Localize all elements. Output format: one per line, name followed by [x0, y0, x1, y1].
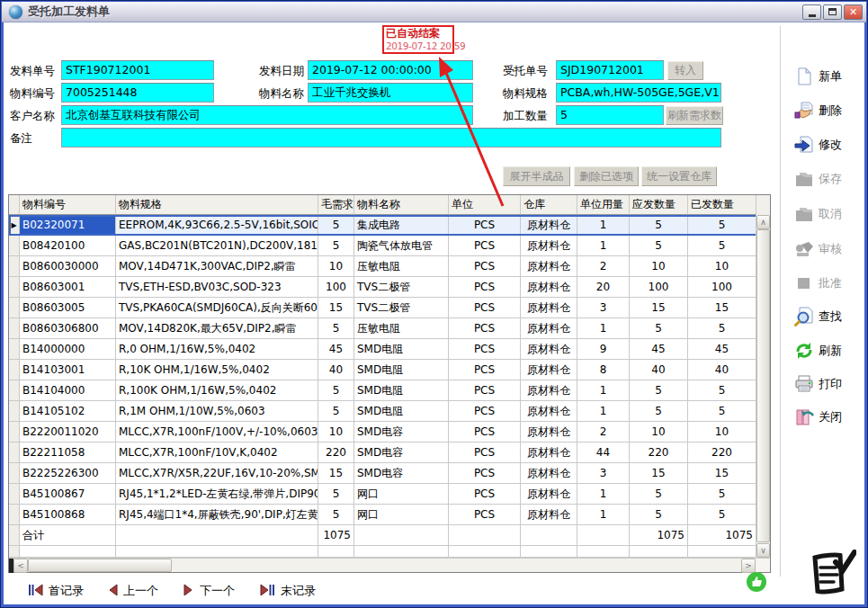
table-cell: 45 — [318, 339, 354, 360]
table-cell: 陶瓷气体放电管 — [354, 236, 449, 256]
app-window: 受托加工发料单 ✕ 已自动结案 2019-07-12 20:59 发料单号 ST… — [0, 0, 868, 608]
table-cell — [630, 546, 688, 558]
find-icon — [794, 307, 814, 326]
material-no-label: 物料编号 — [10, 83, 55, 103]
entrust-no-field[interactable]: SJD190712001 — [556, 60, 664, 80]
table-row[interactable] — [9, 546, 770, 558]
sidebar-button-修改[interactable]: 修改 — [794, 132, 866, 157]
table-cell: MOV,14D820K,最大65V,DIP2,瞬雷 — [116, 318, 318, 339]
minimize-button[interactable] — [802, 4, 821, 20]
column-header[interactable]: 物料规格 — [116, 195, 318, 215]
scroll-up-icon[interactable]: ∧ — [756, 215, 770, 229]
scroll-left-icon[interactable]: < — [13, 559, 28, 573]
table-cell: 原材料仓 — [521, 380, 577, 401]
table-row[interactable]: B2220011020MLCC,X7R,100nF/100V,+/-10%,06… — [9, 422, 770, 443]
table-row[interactable]: B22211058MLCC,X7R,100nF/10V,K,0402220SMD… — [9, 443, 770, 463]
refresh-icon — [794, 341, 814, 361]
nav-button-label: 上一个 — [123, 583, 158, 599]
sidebar-button-label: 保存 — [819, 171, 842, 187]
horizontal-scrollbar[interactable]: < > — [9, 558, 770, 572]
process-qty-field[interactable]: 5 — [556, 105, 664, 125]
table-cell: 40 — [318, 360, 354, 380]
table-cell: 5 — [318, 401, 354, 422]
column-header[interactable]: 单位 — [449, 195, 521, 215]
row-indicator — [9, 298, 20, 318]
table-cell: SMD电容 — [354, 443, 449, 463]
horizontal-scroll-thumb[interactable] — [28, 559, 172, 572]
sidebar-button-刷新[interactable]: 刷新 — [794, 338, 866, 363]
column-header[interactable]: 毛需求 — [318, 195, 354, 215]
table-cell: 15 — [688, 463, 756, 484]
table-row[interactable]: B08603005TVS,PKA60CA(SMDJ60CA),反向关断60V,5… — [9, 298, 770, 318]
table-cell — [449, 525, 521, 546]
sidebar-button-新单[interactable]: 新单 — [794, 64, 866, 89]
material-no-field[interactable]: 7005251448 — [61, 83, 214, 103]
table-cell: 5 — [688, 484, 756, 505]
issue-no-field[interactable]: STF190712001 — [61, 60, 214, 80]
column-header[interactable]: 物料名称 — [354, 195, 449, 215]
table-cell: 原材料仓 — [521, 463, 577, 484]
print-icon — [794, 374, 814, 394]
table-row[interactable]: B14105102R,1M OHM,1/10W,5%,06035SMD电阻PCS… — [9, 401, 770, 422]
table-cell: B14104000 — [20, 380, 116, 401]
vertical-scroll-thumb[interactable] — [756, 229, 770, 542]
table-row[interactable]: B0860306800MOV,14D820K,最大65V,DIP2,瞬雷5压敏电… — [9, 318, 770, 339]
sidebar-button-查找[interactable]: 查找 — [794, 304, 866, 329]
table-row[interactable]: B45100867RJ45,1*1,2*LED-左黄右绿,带弹片,DIP90度5… — [9, 484, 770, 505]
vertical-scrollbar[interactable]: ∧ ∨ — [756, 215, 770, 558]
table-row[interactable]: B2225226300MLCC,X7R/X5R,22UF,16V,10-20%,… — [9, 463, 770, 484]
items-table-body: ▶B02320071EEPROM,4K,93C66,2.5-5V,16bit,S… — [9, 215, 770, 558]
nav-button-下一个[interactable]: 下一个 — [183, 581, 235, 601]
material-name-field[interactable]: 工业千兆交换机 — [308, 83, 473, 103]
table-cell: PCS — [449, 236, 521, 256]
column-header[interactable]: 物料编号 — [20, 195, 116, 215]
column-header[interactable]: 仓库 — [521, 195, 577, 215]
column-header[interactable]: 单位用量 — [577, 195, 630, 215]
table-row[interactable]: B45100868RJ45,4端口1*4,屏蔽铁壳,90',DIP,灯左黄右5网… — [9, 505, 770, 525]
row-indicator — [9, 505, 20, 525]
column-header[interactable]: 已发数量 — [688, 195, 756, 215]
table-cell: 2 — [577, 422, 630, 443]
close-icon[interactable]: ✕ — [844, 4, 863, 20]
table-row[interactable]: ▶B02320071EEPROM,4K,93C66,2.5-5V,16bit,S… — [9, 215, 770, 236]
table-row[interactable]: 合计107510751075 — [9, 525, 770, 546]
nav-button-上一个[interactable]: 上一个 — [107, 581, 158, 601]
table-cell: B0860030000 — [20, 256, 116, 277]
table-cell: 原材料仓 — [521, 277, 577, 298]
table-cell: B14103001 — [20, 360, 116, 380]
table-cell: RJ45,4端口1*4,屏蔽铁壳,90',DIP,灯左黄右 — [116, 505, 318, 525]
material-spec-field[interactable]: PCBA,wh,HW-505GE,5GE,V1 — [556, 83, 721, 103]
customer-field[interactable]: 北京创基互联科技有限公司 — [61, 105, 473, 125]
titlebar[interactable]: 受托加工发料单 ✕ — [2, 2, 866, 22]
table-cell: 原材料仓 — [521, 339, 577, 360]
table-cell: PCS — [449, 401, 521, 422]
sidebar-button-删除[interactable]: 删除 — [794, 98, 866, 123]
sidebar-button-label: 新单 — [819, 68, 842, 85]
table-row[interactable]: B14000000R,0 OHM,1/16W,5%,040245SMD电阻PCS… — [9, 339, 770, 360]
table-row[interactable]: B08420100GAS,BC201N(BTC201N),DC200V,1812… — [9, 236, 770, 256]
issue-date-field[interactable]: 2019-07-12 00:00:00 — [308, 60, 473, 80]
sidebar-button-关闭[interactable]: 关闭 — [794, 405, 866, 430]
table-cell: 45 — [688, 339, 756, 360]
nav-button-末记录[interactable]: 末记录 — [260, 581, 316, 601]
table-row[interactable]: B14104000R,100K OHM,1/16W,5%,04025SMD电阻P… — [9, 380, 770, 401]
table-cell: R,0 OHM,1/16W,5%,0402 — [116, 339, 318, 360]
table-cell: MLCC,X7R,100nF/10V,K,0402 — [116, 443, 318, 463]
scroll-down-icon[interactable]: ∨ — [756, 543, 770, 558]
panel-divider — [780, 26, 781, 577]
maximize-button[interactable] — [823, 4, 842, 20]
table-row[interactable]: B08603001TVS,ETH-ESD,BV03C,SOD-323100TVS… — [9, 277, 770, 298]
table-cell: 原材料仓 — [521, 401, 577, 422]
row-indicator — [9, 339, 20, 360]
table-row[interactable]: B0860030000MOV,14D471K,300VAC,DIP2,瞬雷10压… — [9, 256, 770, 277]
table-cell: 原材料仓 — [521, 215, 577, 236]
sidebar-button-label: 删除 — [819, 103, 842, 119]
table-row[interactable]: B14103001R,10K OHM,1/16W,5%,040240SMD电阻P… — [9, 360, 770, 380]
column-header[interactable]: 应发数量 — [630, 195, 688, 215]
new-doc-icon — [794, 67, 814, 86]
remark-field[interactable] — [61, 128, 721, 148]
nav-button-首记录[interactable]: 首记录 — [28, 581, 84, 601]
row-indicator — [9, 443, 20, 463]
sidebar-button-打印[interactable]: 打印 — [794, 371, 866, 397]
table-cell: 5 — [318, 318, 354, 339]
